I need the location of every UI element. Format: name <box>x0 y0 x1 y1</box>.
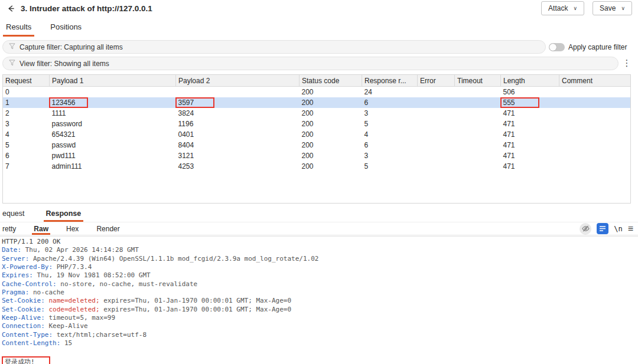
response-segment: Server: <box>2 255 29 263</box>
word-wrap-icon[interactable] <box>597 223 608 234</box>
cell-status: 200 <box>300 119 362 129</box>
title-actions: Attack ∨ Save ∨ <box>541 1 632 15</box>
cell-payload2: 3121 <box>176 150 300 161</box>
response-segment: Keep-Alive: <box>2 314 45 322</box>
cell-error <box>418 97 455 108</box>
show-newlines-icon[interactable]: \n <box>614 225 622 233</box>
toggle-knob <box>549 44 556 51</box>
table-row[interactable]: 6pwd11131212003471 <box>3 150 630 161</box>
response-line <box>2 347 638 356</box>
cell-status: 200 <box>300 161 362 172</box>
cell-status: 200 <box>300 97 362 108</box>
cell-payload2: 4253 <box>176 161 300 172</box>
capture-filter-bar[interactable]: Capture filter: Capturing all items <box>2 40 546 54</box>
cell-request: 1 <box>3 97 50 108</box>
attack-button[interactable]: Attack ∨ <box>541 1 584 15</box>
response-segment: Connection: <box>2 322 45 330</box>
response-line: HTTP/1.1 200 OK <box>2 238 638 246</box>
column-header-7[interactable]: Timeout <box>455 75 501 87</box>
cell-comment <box>559 119 631 129</box>
response-line: Keep-Alive: timeout=5, max=99 <box>2 314 638 322</box>
cell-received: 24 <box>362 87 418 98</box>
cell-comment <box>559 161 631 172</box>
column-header-9[interactable]: Comment <box>559 75 631 87</box>
filter-funnel-icon <box>9 43 15 51</box>
cell-length: 555 <box>501 97 559 108</box>
table-row[interactable]: 5passwd84042006471 <box>3 140 630 150</box>
response-segment: Thu, 19 Nov 1981 08:52:00 GMT <box>33 271 151 279</box>
response-line: Pragma: no-cache <box>2 288 638 297</box>
response-segment: expires=Thu, 01-Jan-1970 00:00:01 GMT; M… <box>100 306 292 313</box>
tab-raw[interactable]: Raw <box>32 222 50 235</box>
response-segment: X-Powered-By: <box>2 263 53 271</box>
response-segment: Date: <box>2 246 21 254</box>
annotation-box: 3597 <box>175 97 214 108</box>
table-row[interactable]: 465432104012004471 <box>3 129 630 140</box>
kebab-menu-icon[interactable]: ⋮ <box>622 58 632 68</box>
intruder-attack-window: 3. Intruder attack of http://127.0.0.1 A… <box>0 0 638 364</box>
cell-payload2: 3597 <box>176 97 300 108</box>
cell-timeout <box>455 129 501 140</box>
results-table-body: 0200245061123456359720065552111138242003… <box>3 87 630 172</box>
table-row[interactable]: 020024506 <box>3 87 630 98</box>
cell-length: 471 <box>501 129 559 140</box>
response-segment: 15 <box>60 339 72 347</box>
cell-error <box>418 119 455 129</box>
response-body[interactable]: HTTP/1.1 200 OKDate: Thu, 02 Apr 2026 14… <box>0 236 638 364</box>
column-header-8[interactable]: Length <box>501 75 559 87</box>
column-header-3[interactable]: Payload 2 <box>176 75 300 87</box>
column-header-2[interactable]: Payload 1 <box>50 75 176 87</box>
view-filter-bar[interactable]: View filter: Showing all items <box>2 57 619 70</box>
hide-eye-icon[interactable] <box>580 223 591 235</box>
column-header-1[interactable]: Request <box>3 75 50 87</box>
tab-render[interactable]: Render <box>95 222 121 235</box>
cell-error <box>418 140 455 150</box>
chevron-down-icon: ∨ <box>573 6 577 11</box>
response-segment: code=deleted; <box>48 306 99 313</box>
response-line: 登录成功! <box>2 356 638 364</box>
table-row[interactable]: 112345635972006555 <box>3 97 630 108</box>
response-segment: no-store, no-cache, must-revalidate <box>57 280 197 288</box>
cell-comment <box>559 129 631 140</box>
cell-status: 200 <box>300 87 362 98</box>
response-segment: Keep-Alive <box>45 322 88 330</box>
response-line: X-Powered-By: PHP/7.3.4 <box>2 263 638 271</box>
table-row[interactable]: 3password11962005471 <box>3 119 630 129</box>
table-row[interactable]: 2111138242003471 <box>3 108 630 119</box>
response-segment: text/html;charset=utf-8 <box>53 331 147 339</box>
cell-length: 471 <box>501 161 559 172</box>
annotation-box: 登录成功! <box>2 356 50 364</box>
filter-funnel-icon <box>9 60 15 68</box>
cell-comment <box>559 140 631 150</box>
response-segment: HTTP/1.1 200 OK <box>2 238 60 245</box>
response-segment: Apache/2.4.39 (Win64) OpenSSL/1.1.1b mod… <box>29 255 318 263</box>
column-header-5[interactable]: Response r... <box>362 75 418 87</box>
tab-request[interactable]: equest <box>1 207 26 222</box>
cell-received: 3 <box>362 150 418 161</box>
response-line: Date: Thu, 02 Apr 2026 14:14:28 GMT <box>2 246 638 254</box>
save-button[interactable]: Save ∨ <box>593 1 632 15</box>
cell-timeout <box>455 119 501 129</box>
response-segment: Set-Cookie: <box>2 297 45 304</box>
tab-results[interactable]: Results <box>5 20 32 37</box>
column-header-4[interactable]: Status code <box>300 75 362 87</box>
cell-timeout <box>455 150 501 161</box>
cell-error <box>418 129 455 140</box>
cell-received: 6 <box>362 97 418 108</box>
back-arrow-icon[interactable] <box>5 2 17 14</box>
tab-positions[interactable]: Positions <box>49 20 83 37</box>
title-bar: 3. Intruder attack of http://127.0.0.1 A… <box>0 0 638 17</box>
cell-payload1: admin111 <box>50 161 176 172</box>
tab-response[interactable]: Response <box>45 207 83 222</box>
cell-length: 471 <box>501 108 559 119</box>
cell-request: 6 <box>3 150 50 161</box>
hamburger-menu-icon[interactable]: ≡ <box>628 224 633 234</box>
column-header-6[interactable]: Error <box>418 75 455 87</box>
cell-timeout <box>455 140 501 150</box>
table-row[interactable]: 7admin11142532005471 <box>3 161 630 172</box>
main-tab-bar: Results Positions <box>0 20 638 37</box>
cell-payload2: 0401 <box>176 129 300 140</box>
tab-hex[interactable]: Hex <box>65 222 80 235</box>
apply-capture-filter-toggle[interactable] <box>549 43 565 51</box>
tab-pretty[interactable]: retty <box>1 222 17 235</box>
